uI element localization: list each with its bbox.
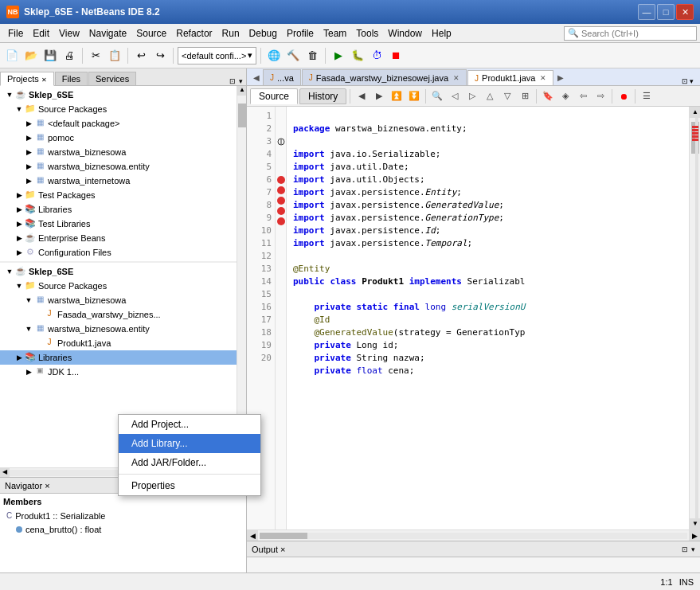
- tree-enterprise-beans[interactable]: ▶ ☕ Enterprise Beans: [0, 231, 237, 245]
- tree-config-files[interactable]: ▶ ⚙ Configuration Files: [0, 245, 237, 260]
- tree-arrow[interactable]: ▼: [24, 325, 33, 333]
- menu-run[interactable]: Run: [217, 26, 244, 41]
- output-maximize-icon[interactable]: ⊡: [682, 545, 688, 553]
- editor-scroll-down[interactable]: ▼: [690, 518, 700, 529]
- tree-arrow[interactable]: ▼: [5, 91, 14, 99]
- tree-warstwa-biz-2[interactable]: ▼ ▦ warstwa_biznesowa: [0, 293, 237, 307]
- scroll-thumb[interactable]: [238, 104, 246, 127]
- navigator-tab-label[interactable]: Navigator ×: [5, 481, 50, 490]
- tree-warstwa-biz[interactable]: ▶ ▦ warstwa_biznesowa: [0, 145, 237, 159]
- tree-arrow[interactable]: ▶: [14, 354, 24, 361]
- editor-maximize-icon[interactable]: ⊡: [682, 77, 688, 85]
- tree-arrow[interactable]: ▶: [14, 220, 24, 228]
- src-btn-6[interactable]: ▷: [464, 88, 480, 104]
- tree-warstwa-biz-entity-2[interactable]: ▼ ▦ warstwa_biznesowa.entity: [0, 322, 237, 336]
- editor-hscrollbar[interactable]: ◀ ▶: [247, 529, 700, 541]
- tb-save[interactable]: 💾: [41, 47, 59, 64]
- src-btn-2[interactable]: ▶: [371, 88, 387, 104]
- ctx-add-jar[interactable]: Add JAR/Folder...: [119, 453, 260, 472]
- tree-test-libraries[interactable]: ▶ 📚 Test Libraries: [0, 217, 237, 231]
- tree-arrow[interactable]: ▼: [14, 105, 24, 113]
- history-tab[interactable]: History: [299, 88, 346, 104]
- src-btn-3[interactable]: ⏫: [389, 88, 405, 104]
- code-content[interactable]: package warstwa_biznesowa.entity; import…: [287, 107, 689, 529]
- panel-maximize-icon[interactable]: ⊡: [229, 77, 236, 85]
- ctx-add-library[interactable]: Add Library...: [119, 434, 260, 453]
- tree-default-pkg[interactable]: ▶ ▦ <default package>: [0, 116, 237, 131]
- editor-vscrollbar[interactable]: ▲ ▼: [689, 107, 700, 529]
- tb-stop[interactable]: ⏹: [387, 47, 405, 64]
- src-btn-10[interactable]: ◈: [557, 88, 573, 104]
- tb-print[interactable]: 🖨: [61, 47, 78, 64]
- editor-tab-va[interactable]: J ...va: [263, 69, 301, 85]
- src-btn-7[interactable]: △: [482, 88, 498, 104]
- tb-run[interactable]: ▶: [330, 47, 347, 64]
- search-box[interactable]: 🔍: [564, 26, 697, 41]
- tree-warstwa-inet[interactable]: ▶ ▦ warstwa_internetowa: [0, 174, 237, 188]
- menu-view[interactable]: View: [54, 26, 84, 41]
- scroll-up-button[interactable]: ▲: [237, 86, 246, 96]
- tb-globe[interactable]: 🌐: [265, 47, 283, 64]
- nav-method-item[interactable]: cena_brutto() : float: [3, 522, 243, 536]
- tree-source-packages-2[interactable]: ▼ 📁 Source Packages: [0, 279, 237, 293]
- tree-arrow[interactable]: ▶: [14, 191, 24, 199]
- source-tab[interactable]: Source: [250, 88, 298, 104]
- menu-edit[interactable]: Edit: [28, 26, 54, 41]
- tb-new[interactable]: 📄: [3, 47, 21, 64]
- tree-libraries[interactable]: ▶ 📚 Libraries: [0, 202, 237, 217]
- src-btn-4[interactable]: ⏬: [406, 88, 422, 104]
- src-btn-5[interactable]: ◁: [447, 88, 463, 104]
- tree-arrow[interactable]: ▶: [24, 148, 33, 156]
- close-button[interactable]: ✕: [676, 4, 694, 20]
- tree-fasada[interactable]: J Fasada_warstwy_biznes...: [0, 307, 237, 322]
- editor-hscroll-left[interactable]: ◀: [247, 530, 258, 541]
- left-panel-scrollbar[interactable]: ▲ ▼: [237, 86, 246, 467]
- tab-services[interactable]: Services: [88, 72, 136, 85]
- tree-source-packages-1[interactable]: ▼ 📁 Source Packages: [0, 102, 237, 116]
- tb-debug[interactable]: 🐛: [349, 47, 366, 64]
- maximize-button[interactable]: □: [657, 4, 675, 20]
- tree-libraries-2[interactable]: ▶ 📚 Libraries: [0, 350, 237, 365]
- menu-profile[interactable]: Profile: [282, 26, 319, 41]
- projects-close-icon[interactable]: ✕: [41, 76, 47, 84]
- src-btn-search[interactable]: 🔍: [429, 88, 445, 104]
- search-input[interactable]: [581, 29, 693, 38]
- tree-arrow[interactable]: ▼: [24, 296, 33, 304]
- editor-hscroll-right[interactable]: ▶: [689, 530, 700, 541]
- tree-test-packages[interactable]: ▶ 📁 Test Packages: [0, 188, 237, 202]
- src-btn-bookmark[interactable]: 🔖: [540, 88, 556, 104]
- menu-file[interactable]: File: [3, 26, 28, 41]
- tb-copy[interactable]: 📋: [106, 47, 123, 64]
- menu-debug[interactable]: Debug: [244, 26, 282, 41]
- tree-arrow[interactable]: ▶: [24, 368, 33, 376]
- minimize-button[interactable]: —: [638, 4, 655, 20]
- src-btn-11[interactable]: ⇦: [575, 88, 591, 104]
- src-btn-12[interactable]: ⇨: [592, 88, 608, 104]
- tb-redo[interactable]: ↪: [151, 47, 169, 64]
- src-btn-8[interactable]: ▽: [499, 88, 515, 104]
- menu-window[interactable]: Window: [383, 26, 427, 41]
- tree-jdk[interactable]: ▶ ▣ JDK 1...: [0, 365, 237, 379]
- output-tab-label[interactable]: Output ×: [252, 545, 286, 554]
- tree-arrow[interactable]: ▶: [24, 134, 33, 142]
- src-btn-menu[interactable]: ☰: [639, 88, 655, 104]
- tab-files[interactable]: Files: [55, 72, 88, 85]
- src-btn-9[interactable]: ⊞: [517, 88, 533, 104]
- src-btn-stop[interactable]: ⏺: [616, 88, 632, 104]
- tab-projects[interactable]: Projects ✕: [0, 72, 54, 86]
- tree-arrow[interactable]: ▶: [14, 205, 24, 213]
- menu-help[interactable]: Help: [427, 26, 456, 41]
- editor-tab-fasada[interactable]: J Fasada_warstwy_biznesowej.java ✕: [302, 69, 467, 85]
- ctx-add-project[interactable]: Add Project...: [119, 415, 260, 434]
- menu-source[interactable]: Source: [131, 26, 171, 41]
- fasada-tab-close[interactable]: ✕: [453, 74, 459, 82]
- panel-options-icon[interactable]: ▾: [239, 77, 243, 85]
- config-dropdown[interactable]: <default confi...> ▾: [178, 47, 256, 64]
- tree-arrow[interactable]: ▶: [24, 119, 33, 127]
- menu-tools[interactable]: Tools: [351, 26, 383, 41]
- tree-arrow[interactable]: ▼: [5, 268, 14, 275]
- editor-options-icon[interactable]: ▾: [690, 77, 694, 85]
- tree-arrow[interactable]: ▼: [14, 282, 24, 290]
- editor-scroll-up[interactable]: ▲: [690, 107, 700, 118]
- menu-refactor[interactable]: Refactor: [171, 26, 217, 41]
